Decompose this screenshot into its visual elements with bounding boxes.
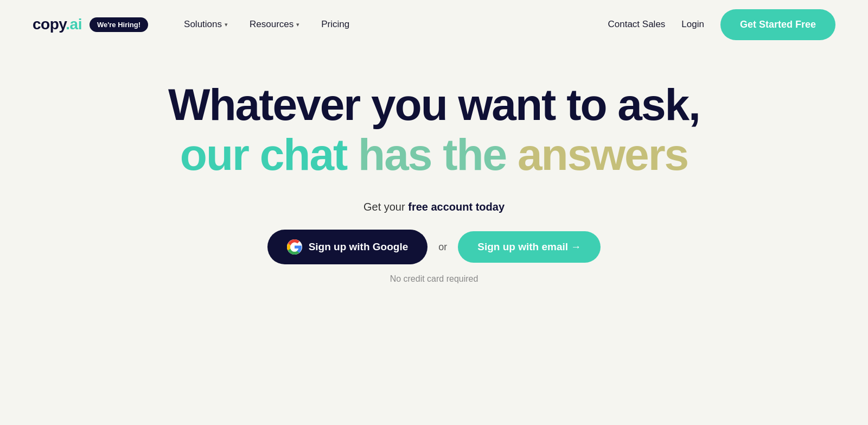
get-started-button[interactable]: Get Started Free	[720, 9, 835, 40]
hiring-badge[interactable]: We're Hiring!	[90, 17, 148, 32]
hero-subtext-bold: free account today	[408, 201, 505, 213]
sign-up-email-button[interactable]: Sign up with email →	[458, 231, 601, 263]
chevron-down-icon: ▾	[225, 21, 228, 28]
hero-headline-line2: our chat has the answers	[180, 130, 688, 179]
hero-subtext: Get your free account today	[363, 201, 505, 213]
hero-headline-word3: answers	[518, 130, 688, 179]
nav-link-pricing[interactable]: Pricing	[312, 15, 358, 34]
google-icon	[287, 239, 302, 255]
logo-text: copy.ai	[33, 16, 82, 33]
navbar: copy.ai We're Hiring! Solutions ▾ Resour…	[0, 0, 868, 49]
nav-link-solutions[interactable]: Solutions ▾	[175, 15, 237, 34]
hero-buttons: Sign up with Google or Sign up with emai…	[267, 230, 601, 264]
nav-right: Contact Sales Login Get Started Free	[608, 9, 836, 40]
logo-container: copy.ai We're Hiring!	[33, 16, 148, 33]
nav-link-resources[interactable]: Resources ▾	[241, 15, 308, 34]
hero-headline-word1: our chat	[180, 130, 347, 179]
login-link[interactable]: Login	[681, 19, 704, 30]
sign-up-google-button[interactable]: Sign up with Google	[267, 230, 428, 264]
contact-sales-link[interactable]: Contact Sales	[608, 19, 666, 30]
nav-links: Solutions ▾ Resources ▾ Pricing	[175, 15, 608, 34]
logo-dot: .ai	[66, 16, 82, 33]
hero-section: Whatever you want to ask, our chat has t…	[0, 49, 868, 306]
chevron-down-icon: ▾	[296, 21, 299, 28]
no-credit-card-text: No credit card required	[390, 274, 478, 284]
or-separator: or	[438, 242, 447, 253]
hero-headline-word2: has the	[358, 130, 506, 179]
hero-headline-line1: Whatever you want to ask,	[168, 81, 700, 128]
